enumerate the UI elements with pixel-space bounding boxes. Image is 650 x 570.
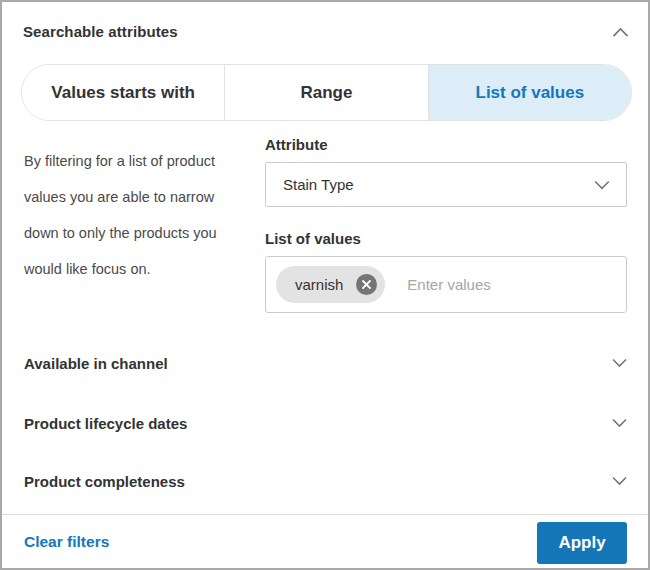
chevron-down-icon [612, 358, 627, 368]
section-label: Product lifecycle dates [24, 415, 187, 432]
list-of-values-form: Attribute Stain Type List of values varn… [265, 136, 627, 313]
filter-mode-tabs: Values starts with Range List of values [21, 64, 632, 121]
value-chip-varnish: varnish [276, 266, 385, 303]
chip-label: varnish [295, 276, 343, 293]
chip-remove-button[interactable] [356, 274, 377, 295]
description-line: By filtering for a list of product [24, 143, 266, 179]
collapse-panel-button[interactable] [611, 25, 629, 39]
description-line: values you are able to narrow [24, 179, 266, 215]
panel-title: Searchable attributes [23, 23, 178, 40]
tab-values-starts-with[interactable]: Values starts with [22, 65, 224, 120]
tab-range[interactable]: Range [224, 65, 427, 120]
filter-description: By filtering for a list of product value… [24, 143, 266, 287]
footer-divider [2, 514, 648, 515]
filter-panel: Searchable attributes Values starts with… [0, 0, 650, 570]
chevron-up-icon [612, 27, 629, 38]
description-line: would like focus on. [24, 251, 266, 287]
clear-filters-link[interactable]: Clear filters [24, 533, 109, 551]
values-input[interactable] [407, 276, 616, 293]
values-input-container[interactable]: varnish [265, 256, 627, 313]
chevron-down-icon [612, 418, 627, 428]
attribute-selected-value: Stain Type [283, 176, 594, 193]
section-product-completeness[interactable]: Product completeness [24, 469, 627, 493]
chevron-down-icon [612, 476, 627, 486]
description-line: down to only the products you [24, 215, 266, 251]
section-label: Available in channel [24, 355, 168, 372]
section-available-in-channel[interactable]: Available in channel [24, 351, 627, 375]
list-of-values-label: List of values [265, 230, 627, 247]
attribute-label: Attribute [265, 136, 627, 153]
chevron-down-icon [594, 180, 610, 190]
section-label: Product completeness [24, 473, 185, 490]
apply-button[interactable]: Apply [537, 522, 627, 564]
tab-list-of-values[interactable]: List of values [428, 65, 631, 120]
attribute-select[interactable]: Stain Type [265, 162, 627, 207]
section-product-lifecycle-dates[interactable]: Product lifecycle dates [24, 411, 627, 435]
